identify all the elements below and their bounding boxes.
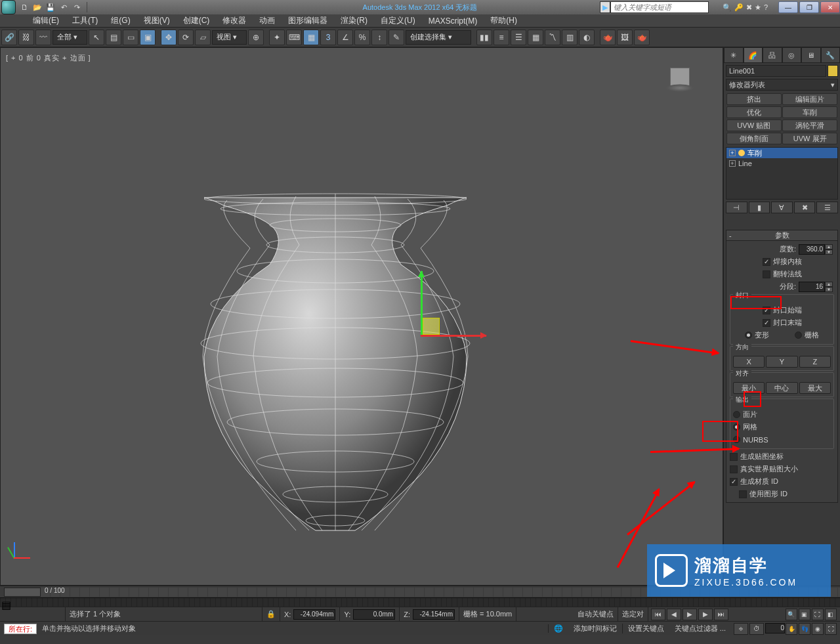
maximize-button[interactable]: ❐ (799, 1, 819, 13)
modifier-list-combo[interactable]: 修改器列表▾ (726, 79, 838, 91)
spinner-snap-icon[interactable]: ↕ (371, 30, 387, 45)
viewport-front[interactable]: [ + 0 前 0 真实 + 边面 ] (0, 47, 723, 586)
mod-uvwunwrap-button[interactable]: UVW 展开 (782, 133, 837, 144)
snap-3-icon[interactable]: 3 (320, 30, 336, 45)
undo-icon[interactable]: ↶ (58, 1, 70, 13)
time-config-icon[interactable]: ⏱ (749, 623, 764, 635)
axis-x-button[interactable]: X (733, 356, 765, 368)
max-toggle-icon[interactable]: ⛶ (825, 623, 837, 635)
menu-group[interactable]: 组(G) (104, 14, 136, 28)
lock-icon[interactable]: 🔒 (262, 607, 280, 621)
tab-create-icon[interactable]: ✳ (724, 47, 744, 63)
key-mode-icon[interactable]: ⎆ (734, 623, 748, 635)
tab-hierarchy-icon[interactable]: 品 (763, 47, 782, 63)
coord-z-input[interactable] (413, 609, 455, 620)
output-mesh-radio[interactable] (733, 423, 740, 431)
zoom-icon[interactable]: 🔍 (786, 609, 797, 620)
align-center-button[interactable]: 中心 (766, 382, 797, 394)
mod-optimize-button[interactable]: 优化 (726, 106, 782, 118)
menu-maxscript[interactable]: MAXScript(M) (422, 15, 484, 27)
redo-icon[interactable]: ↷ (71, 1, 83, 13)
search-input[interactable] (610, 1, 709, 13)
mod-bevelprofile-button[interactable]: 倒角剖面 (726, 133, 782, 144)
app-logo[interactable] (1, 0, 16, 14)
tab-motion-icon[interactable]: ◎ (782, 47, 802, 63)
graphite-icon[interactable]: ▦ (528, 30, 543, 45)
menu-edit[interactable]: 编辑(E) (26, 14, 66, 28)
prev-frame-icon[interactable]: ◀ (667, 609, 681, 620)
morph-radio[interactable] (745, 332, 752, 339)
play-icon[interactable]: ▶ (682, 609, 697, 620)
link-icon[interactable]: 🔗 (1, 30, 17, 45)
expand-icon[interactable]: + (729, 150, 736, 156)
configure-sets-icon[interactable]: ☰ (816, 202, 838, 213)
selection-filter-combo[interactable]: 全部 ▾ (52, 30, 87, 45)
orbit-icon[interactable]: ◉ (812, 623, 824, 635)
angle-snap-icon[interactable]: ∠ (337, 30, 353, 45)
favorite-icon[interactable]: ★ (755, 3, 761, 12)
select-by-name-icon[interactable]: ▤ (106, 30, 121, 45)
layers-icon[interactable]: ☰ (511, 30, 526, 45)
make-unique-icon[interactable]: ∀ (771, 202, 793, 213)
track-bar[interactable]: ▤ (0, 597, 840, 607)
menu-animation[interactable]: 动画 (253, 14, 282, 28)
tab-display-icon[interactable]: 🖥 (801, 47, 821, 63)
modifier-stack[interactable]: + 车削 + Line (726, 147, 838, 200)
cap-end-checkbox[interactable]: ✓ (763, 319, 770, 327)
bulb-icon[interactable] (738, 150, 745, 156)
binoculars-icon[interactable]: 🔍 (723, 3, 732, 12)
menu-render[interactable]: 渲染(R) (334, 14, 374, 28)
mirror-icon[interactable]: ▮▮ (476, 30, 492, 45)
next-frame-icon[interactable]: ▶ (698, 609, 713, 620)
degrees-spinner[interactable]: ▲▼ (799, 244, 834, 255)
key-filters-button[interactable]: 关键点过滤器 ... (669, 624, 731, 633)
expand-icon[interactable]: + (729, 160, 736, 167)
axis-y-button[interactable]: Y (766, 356, 797, 368)
unlink-icon[interactable]: ⛓ (18, 30, 34, 45)
zoom-all-icon[interactable]: ▣ (799, 609, 810, 620)
render-icon[interactable]: 🫖 (634, 30, 650, 45)
show-end-result-icon[interactable]: ▮ (749, 202, 770, 213)
real-world-checkbox[interactable] (730, 465, 738, 473)
goto-start-icon[interactable]: ⏮ (651, 609, 665, 620)
cap-start-checkbox[interactable]: ✓ (763, 307, 770, 314)
autokey-button[interactable]: 自动关键点 (574, 607, 618, 621)
subscription-icon[interactable]: 🔑 (734, 3, 744, 12)
mod-lathe-button[interactable]: 车削 (782, 106, 837, 118)
align-icon[interactable]: ≡ (494, 30, 509, 45)
macro-recorder-label[interactable]: 所在行: (4, 624, 37, 634)
pin-stack-icon[interactable]: ⊣ (726, 202, 747, 213)
menu-customize[interactable]: 自定义(U) (374, 14, 422, 28)
mod-editpatch-button[interactable]: 编辑面片 (782, 93, 837, 105)
tab-modify-icon[interactable]: 🌈 (744, 47, 763, 63)
gen-mat-checkbox[interactable]: ✓ (730, 478, 738, 486)
search-icon[interactable]: ▶ (600, 1, 610, 13)
output-patch-radio[interactable] (733, 411, 740, 418)
axis-z-button[interactable]: Z (799, 356, 831, 368)
coord-y-input[interactable] (353, 609, 395, 620)
menu-views[interactable]: 视图(V) (137, 14, 177, 28)
current-frame-input[interactable] (765, 623, 785, 633)
rollout-header[interactable]: - 参数 (726, 230, 837, 241)
schematic-icon[interactable]: ▥ (562, 30, 578, 45)
add-timetag-button[interactable]: 添加时间标记 (568, 624, 622, 633)
stack-item-lathe[interactable]: + 车削 (726, 148, 837, 158)
viewport-label[interactable]: [ + 0 前 0 真实 + 边面 ] (6, 53, 91, 63)
trackbar-toggle-icon[interactable]: ▤ (1, 599, 9, 607)
gen-map-checkbox[interactable] (730, 453, 738, 461)
object-color-swatch[interactable] (828, 65, 838, 77)
window-crossing-icon[interactable]: ▣ (140, 30, 156, 45)
manipulate-icon[interactable]: ✦ (269, 30, 285, 45)
output-nurbs-radio[interactable] (733, 436, 740, 443)
coord-x-input[interactable] (293, 609, 335, 620)
tab-utilities-icon[interactable]: 🔧 (821, 47, 841, 63)
pan-icon[interactable]: ✋ (786, 623, 797, 635)
align-max-button[interactable]: 最大 (799, 382, 831, 394)
edit-named-sel-icon[interactable]: ✎ (388, 30, 404, 45)
menu-graph[interactable]: 图形编辑器 (282, 14, 334, 28)
align-min-button[interactable]: 最小 (733, 382, 765, 394)
time-slider-thumb[interactable] (4, 588, 41, 597)
help-icon[interactable]: ? (764, 3, 768, 12)
grid-radio[interactable] (795, 332, 802, 339)
ref-coord-combo[interactable]: 视图 ▾ (212, 30, 247, 45)
